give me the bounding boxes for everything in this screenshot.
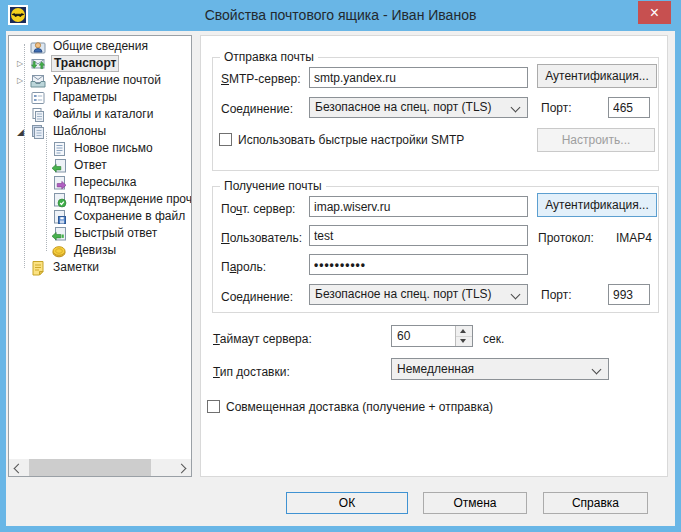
files-folders-icon	[30, 107, 46, 123]
scroll-left-icon[interactable]	[9, 459, 26, 476]
smtp-connection-select[interactable]: Безопасное на спец. порт (TLS)	[309, 97, 528, 118]
tree-item-label: Шаблоны	[51, 124, 108, 139]
tree-item-label: Управление почтой	[51, 73, 163, 88]
dialog-body: Общие сведения Транспорт Управление почт…	[6, 31, 675, 526]
tree-item-label: Новое письмо	[72, 141, 155, 156]
combined-delivery-checkbox[interactable]	[207, 400, 220, 413]
user-label: Пользователь:	[221, 231, 302, 246]
protocol-label: Протокол:	[538, 231, 594, 246]
mail-server-input[interactable]	[309, 196, 528, 217]
tree-item-new-message[interactable]: Новое письмо	[9, 140, 191, 157]
account-info-icon	[30, 39, 46, 55]
quick-smtp-checkbox-label[interactable]: Использовать быстрые настройки SMTP	[238, 133, 464, 148]
mail-server-label: Почт. сервер:	[221, 202, 295, 217]
mail-connection-label: Соединение:	[221, 290, 293, 305]
save-to-file-icon	[51, 209, 67, 225]
quick-smtp-checkbox[interactable]	[219, 133, 232, 146]
horizontal-scrollbar[interactable]	[9, 459, 191, 476]
transport-settings-panel: Отправка почты SMTP-сервер: Аутентификац…	[200, 35, 668, 477]
tree-item-label: Заметки	[51, 260, 101, 275]
tree-item-label: Подтверждение прочтения	[72, 192, 192, 207]
password-label: Пароль:	[221, 260, 266, 275]
tree-item-quick-reply[interactable]: Быстрый ответ	[9, 225, 191, 242]
read-confirmation-icon	[51, 192, 67, 208]
collapsed-arrow-icon[interactable]	[17, 59, 29, 68]
tree-item-general-info[interactable]: Общие сведения	[9, 38, 191, 55]
tree-item-label: Общие сведения	[51, 39, 150, 54]
settings-tree: Общие сведения Транспорт Управление почт…	[8, 35, 192, 477]
title-bar: Свойства почтового ящика - Иван Иванов	[0, 0, 681, 31]
combined-delivery-checkbox-label[interactable]: Совмещенная доставка (получение + отправ…	[226, 400, 493, 415]
mail-connection-select[interactable]: Безопасное на спец. порт (TLS)	[309, 284, 528, 305]
mailbox-properties-dialog: Свойства почтового ящика - Иван Иванов О…	[0, 0, 681, 532]
help-button[interactable]: Справка	[543, 492, 648, 514]
ok-button[interactable]: ОК	[286, 492, 408, 514]
tree-item-label: Пересылка	[72, 175, 138, 190]
smtp-server-label: SMTP-сервер:	[221, 72, 301, 87]
templates-icon	[30, 124, 46, 140]
tree-item-label: Ответ	[72, 158, 109, 173]
mail-management-icon	[30, 73, 46, 89]
tree-item-label: Сохранение в файл	[72, 209, 187, 224]
tree-item-read-confirmation[interactable]: Подтверждение прочтения	[9, 191, 191, 208]
mottos-icon	[51, 243, 67, 259]
spin-down-icon[interactable]	[456, 336, 472, 346]
close-icon[interactable]	[638, 1, 671, 24]
transport-icon	[30, 56, 46, 72]
tree-item-label: Девизы	[72, 243, 118, 258]
delivery-type-label: Тип доставки:	[213, 365, 290, 380]
chevron-down-icon	[511, 103, 521, 113]
tree-item-transport[interactable]: Транспорт	[9, 55, 191, 72]
new-message-icon	[51, 141, 67, 157]
expanded-arrow-icon[interactable]	[17, 127, 29, 137]
reply-icon	[51, 158, 67, 174]
smtp-server-input[interactable]	[309, 67, 528, 88]
timeout-label: Таймаут сервера:	[213, 332, 312, 347]
tree-item-mottos[interactable]: Девизы	[9, 242, 191, 259]
scroll-right-icon[interactable]	[174, 459, 191, 476]
tree-item-save-to-file[interactable]: Сохранение в файл	[9, 208, 191, 225]
tree-item-label: Параметры	[51, 90, 119, 105]
chevron-down-icon	[511, 290, 521, 300]
tree-item-options[interactable]: Параметры	[9, 89, 191, 106]
receiving-group-title: Получение почты	[220, 179, 326, 193]
smtp-connection-label: Соединение:	[221, 102, 293, 117]
scrollbar-thumb[interactable]	[29, 459, 151, 476]
forward-icon	[51, 175, 67, 191]
quick-reply-icon	[51, 226, 67, 242]
smtp-authentication-button[interactable]: Аутентификация...	[537, 64, 657, 88]
sending-group-title: Отправка почты	[220, 50, 318, 64]
password-input[interactable]	[309, 254, 528, 275]
tree-item-label: Файлы и каталоги	[51, 107, 155, 122]
options-icon	[30, 90, 46, 106]
smtp-port-label: Порт:	[541, 101, 572, 116]
protocol-value: IMAP4	[616, 231, 652, 246]
notes-icon	[30, 260, 46, 276]
tree-item-templates[interactable]: Шаблоны	[9, 123, 191, 140]
tree-item-label: Транспорт	[51, 55, 119, 72]
chevron-down-icon	[592, 365, 602, 375]
tree-item-files-folders[interactable]: Файлы и каталоги	[9, 106, 191, 123]
timeout-unit-label: сек.	[483, 332, 504, 347]
mail-authentication-button[interactable]: Аутентификация...	[537, 193, 657, 217]
collapsed-arrow-icon[interactable]	[17, 76, 29, 85]
tree-item-forward[interactable]: Пересылка	[9, 174, 191, 191]
window-title: Свойства почтового ящика - Иван Иванов	[0, 7, 681, 23]
tree-item-notes[interactable]: Заметки	[9, 259, 191, 276]
mail-port-input[interactable]	[608, 284, 650, 305]
timeout-stepper[interactable]: 60	[391, 325, 473, 347]
smtp-port-input[interactable]	[608, 97, 650, 118]
cancel-button[interactable]: Отмена	[423, 492, 527, 514]
tree-item-label: Быстрый ответ	[72, 226, 159, 241]
tree-item-mail-management[interactable]: Управление почтой	[9, 72, 191, 89]
mail-port-label: Порт:	[541, 288, 572, 303]
tree-item-reply[interactable]: Ответ	[9, 157, 191, 174]
configure-smtp-button[interactable]: Настроить...	[537, 128, 655, 152]
delivery-type-select[interactable]: Немедленная	[391, 358, 609, 380]
user-input[interactable]	[309, 225, 528, 246]
